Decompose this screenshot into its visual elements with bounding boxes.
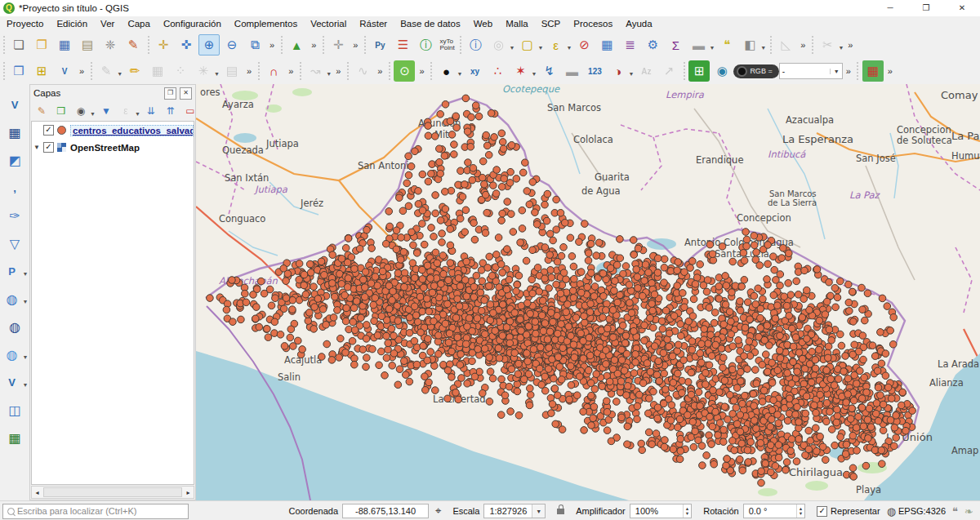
deselect-features-icon[interactable]: ⊘ [573, 34, 595, 56]
new-geopackage-layer-icon[interactable]: ▦ [3, 426, 26, 449]
processing-toolbox-icon[interactable]: ⚙ [642, 34, 663, 56]
menu-item-r-ster[interactable]: Ráster [353, 16, 394, 32]
scp-band-combo[interactable]: -▼ [779, 63, 843, 79]
identify-info-tool-icon[interactable]: ⓘ [415, 34, 436, 56]
layers-panel-hscrollbar[interactable]: ◂ ▸ [31, 486, 194, 499]
measure-line-icon[interactable]: ▬ [688, 34, 709, 56]
scp-preview-icon[interactable]: ◉ [711, 60, 733, 82]
add-spatialite-layer-icon[interactable]: ✑ [3, 204, 26, 227]
select-features-dropdown-icon[interactable]: ▼ [538, 45, 544, 51]
add-wcs-layer-icon[interactable]: ◍ [3, 315, 26, 338]
map-tips-icon[interactable]: ❝ [716, 34, 737, 56]
map-canvas[interactable]: oresAyarzaOcotepequeSan MarcosLempiraCom… [196, 84, 980, 500]
toolbar-overflow-icon[interactable]: » [308, 40, 319, 50]
menu-item-web[interactable]: Web [467, 16, 499, 32]
measure-line-dropdown-icon[interactable]: ▼ [709, 45, 715, 51]
add-wms-layer-icon[interactable]: ◍ [1, 287, 24, 310]
swap-tool-dropdown-icon[interactable]: ▼ [628, 71, 634, 77]
menu-item-vectorial[interactable]: Vectorial [304, 16, 353, 32]
layer-visibility-checkbox[interactable]: ✓ [43, 142, 54, 153]
layer-name[interactable]: centros_educativos_salvade [70, 125, 194, 136]
toolbar-overflow-icon[interactable]: » [843, 66, 854, 76]
menu-item-complementos[interactable]: Complementos [228, 16, 304, 32]
zoom-full-extent-icon[interactable]: ⧉ [244, 34, 265, 56]
measure-bearing-icon[interactable]: ▬ [561, 60, 582, 82]
expand-all-icon[interactable]: ⇊ [142, 102, 160, 120]
menu-item-scp[interactable]: SCP [535, 16, 568, 32]
pan-map-icon[interactable]: ✛ [153, 34, 174, 56]
coordinate-capture-icon[interactable]: xy [465, 60, 486, 82]
toolbar-overflow-icon[interactable]: » [884, 66, 896, 76]
current-edits-dropdown-icon[interactable]: ▼ [117, 71, 122, 77]
add-raster-layer-icon[interactable]: ▦ [3, 121, 26, 144]
render-checkbox[interactable]: ✓ [817, 506, 827, 517]
add-group-icon[interactable]: ❒ [52, 102, 70, 120]
crs-value[interactable]: EPSG:4326 [898, 506, 946, 516]
add-mesh-layer-icon[interactable]: ◩ [3, 149, 26, 171]
point-connector-tool-icon[interactable]: ∴ [488, 60, 509, 82]
new-annotation-icon[interactable]: ◧ [739, 34, 760, 56]
new-project-icon[interactable]: ❏ [8, 34, 29, 56]
panel-close-button[interactable]: ✕ [180, 87, 192, 100]
select-features-icon[interactable]: ▢ [517, 34, 538, 56]
data-source-manager-icon[interactable]: ❒ [8, 60, 29, 82]
toolbar-overflow-icon[interactable]: » [844, 40, 856, 50]
scroll-right-icon[interactable]: ▸ [183, 489, 194, 496]
zoom-out-icon[interactable]: ⊖ [221, 34, 243, 56]
maximize-button[interactable]: ❐ [908, 0, 944, 16]
layer-list[interactable]: ✓centros_educativos_salvade▼✓OpenStreetM… [31, 121, 194, 485]
menu-item-edici-n[interactable]: Edición [50, 16, 94, 32]
scp-classification-grid-icon[interactable]: ▦ [862, 60, 884, 82]
open-project-icon[interactable]: ❐ [31, 34, 52, 56]
minimize-button[interactable]: ─ [872, 0, 908, 16]
magnifier-spinbox[interactable]: 100% ▲▼ [630, 504, 692, 518]
toolbar-overflow-icon[interactable]: » [350, 40, 361, 50]
scale-combo[interactable]: 1:827926 ▼ [483, 504, 546, 518]
style-manager-icon[interactable]: ✎ [122, 34, 144, 56]
layer-row[interactable]: ▼✓OpenStreetMap [32, 139, 194, 156]
georeferencer-icon[interactable]: ▲ [286, 34, 307, 56]
pan-to-selection-icon[interactable]: ✜ [176, 34, 197, 56]
add-arcgis-rest-layer-icon[interactable]: ◫ [3, 398, 26, 421]
layer-name[interactable]: OpenStreetMap [70, 143, 140, 153]
select-by-expression-dropdown-icon[interactable]: ▼ [566, 45, 572, 51]
statistical-summary-icon[interactable]: Σ [665, 34, 686, 56]
scp-add-map-icon[interactable]: ⊞ [688, 60, 710, 82]
add-vector-layer-icon[interactable]: V [3, 93, 26, 116]
filter-by-expression-dropdown-icon[interactable]: ▼ [135, 111, 140, 117]
snapping-options-icon[interactable]: ∩ [263, 60, 284, 82]
add-wfs-layer-icon[interactable]: ◍ [1, 343, 24, 366]
scale-dropdown-icon[interactable]: ▼ [532, 504, 545, 518]
node-star-tool-icon[interactable]: ✶ [510, 60, 532, 82]
toolbar-overflow-icon[interactable]: » [266, 40, 278, 50]
python-console-icon[interactable]: Py [369, 34, 390, 56]
crs-globe-icon[interactable]: ◍ [887, 505, 896, 518]
layer-row[interactable]: ✓centros_educativos_salvade [32, 122, 194, 139]
open-attribute-table-icon[interactable]: ▦ [596, 34, 617, 56]
add-delimited-text-layer-icon[interactable]: , [3, 176, 26, 199]
new-shapefile-icon[interactable]: V [1, 371, 24, 393]
filter-legend-icon[interactable]: ▼ [97, 102, 115, 120]
new-annotation-dropdown-icon[interactable]: ▼ [760, 45, 766, 51]
combo-dropdown-icon[interactable]: ▼ [830, 69, 840, 74]
expander-icon[interactable]: ▼ [32, 144, 42, 151]
lock-scale-icon[interactable] [557, 509, 564, 514]
toolbar-overflow-icon[interactable]: » [76, 66, 87, 76]
messages-icon[interactable]: ❝ [952, 505, 958, 518]
menu-item-ayuda[interactable]: Ayuda [619, 16, 658, 32]
processing-model-tool-icon[interactable]: ☰ [392, 34, 413, 56]
xyto-point-tool[interactable]: xyToPoint [437, 38, 457, 51]
menu-item-proyecto[interactable]: Proyecto [0, 16, 50, 32]
toolbar-overflow-icon[interactable]: » [374, 66, 385, 76]
new-print-layout-icon[interactable]: ▤ [77, 34, 98, 56]
scroll-thumb[interactable] [43, 487, 182, 497]
toolbar-overflow-icon[interactable]: » [243, 66, 255, 76]
vertex-tool-dropdown-icon[interactable]: ▼ [214, 71, 220, 77]
point-symbol-tool-dropdown-icon[interactable]: ▼ [457, 71, 463, 77]
panel-float-button[interactable]: ❐ [164, 87, 176, 100]
rotation-down-icon[interactable]: ▼ [799, 511, 803, 516]
save-project-icon[interactable]: ▦ [54, 34, 75, 56]
add-virtual-layer-icon[interactable]: ▽ [3, 232, 26, 255]
rotation-spinbox[interactable]: 0.0 ° ▲▼ [743, 504, 805, 518]
menu-item-procesos[interactable]: Procesos [567, 16, 619, 32]
